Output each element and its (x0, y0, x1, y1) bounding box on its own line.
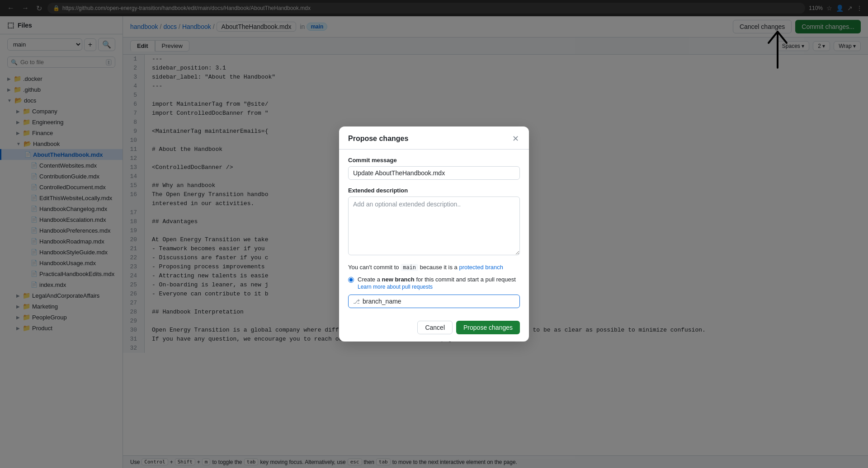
commit-message-input[interactable] (348, 166, 520, 180)
protected-branch-link[interactable]: protected branch (459, 264, 503, 271)
commit-message-group: Commit message (348, 157, 520, 180)
learn-more-link[interactable]: Learn more about pull requests (358, 284, 516, 290)
commit-message-label: Commit message (348, 157, 520, 164)
modal-footer: Cancel Propose changes (339, 315, 529, 342)
new-branch-radio[interactable] (348, 277, 354, 283)
cancel-button[interactable]: Cancel (417, 321, 453, 334)
new-branch-option: Create a new branch for this commit and … (348, 276, 520, 290)
modal-close-button[interactable]: ✕ (511, 134, 520, 144)
modal-body: Commit message Extended description You … (339, 150, 529, 315)
extended-description-group: Extended description (348, 187, 520, 257)
propose-changes-button[interactable]: Propose changes (456, 321, 520, 334)
propose-changes-modal: Propose changes ✕ Commit message Extende… (339, 126, 529, 342)
branch-name-input[interactable] (363, 298, 515, 305)
warning-branch: main (401, 264, 418, 271)
extended-description-textarea[interactable] (348, 197, 520, 255)
modal-title: Propose changes (348, 135, 408, 143)
commit-warning: You can't commit to main because it is a… (348, 264, 520, 271)
branch-name-wrapper: ⎇ (348, 295, 520, 308)
modal-header: Propose changes ✕ (339, 126, 529, 150)
branch-icon: ⎇ (353, 298, 360, 305)
new-branch-label: Create a new branch for this commit and … (358, 276, 516, 290)
modal-overlay: Propose changes ✕ Commit message Extende… (0, 0, 868, 468)
extended-description-label: Extended description (348, 187, 520, 194)
